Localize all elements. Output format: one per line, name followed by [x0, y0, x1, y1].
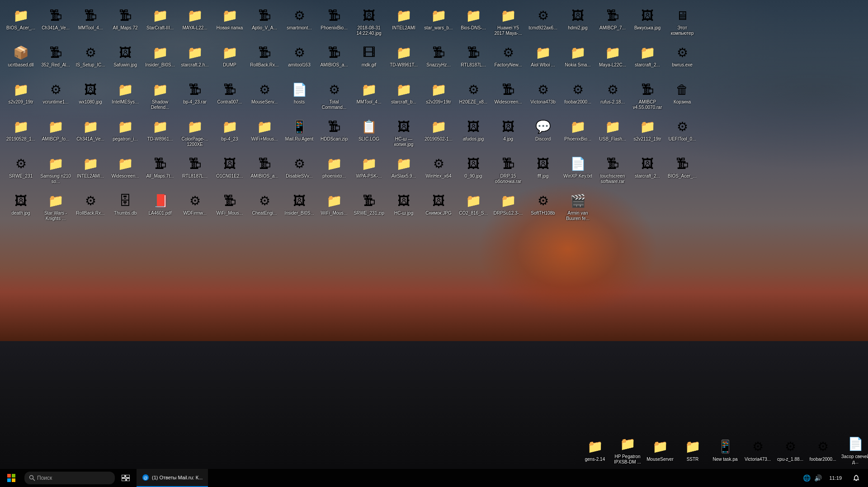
- desktop-icon[interactable]: 📁 DRPSu12.3-...: [492, 190, 524, 226]
- desktop-icon[interactable]: 📁 20190502-1...: [422, 116, 455, 152]
- taskbar-bottom-icon[interactable]: 📄 Засор свечей д...: [839, 433, 868, 467]
- desktop-icon[interactable]: 📁 Samsung n210 so...: [39, 153, 72, 189]
- desktop-icon[interactable]: 📁 starcraft_b...: [387, 79, 420, 115]
- desktop-icon[interactable]: 📁 CO2_816_S...: [457, 190, 490, 226]
- desktop-icon[interactable]: 📁 star_wars_b...: [422, 5, 455, 41]
- desktop-icon[interactable]: 🗜 Contra007...: [213, 79, 246, 115]
- desktop-icon[interactable]: ⚙ rufus-2.18...: [596, 79, 629, 115]
- desktop-icon[interactable]: ⚙ Total Command...: [318, 79, 350, 115]
- desktop-icon[interactable]: 📁 phoenixto...: [318, 153, 350, 189]
- desktop-icon[interactable]: 🗜 Aptio_V_A...: [248, 5, 281, 41]
- desktop-icon[interactable]: 📁 Maya-L22C...: [596, 42, 629, 78]
- desktop-icon[interactable]: 📁 Shadow Defend...: [144, 79, 176, 115]
- desktop-icon[interactable]: ⚙ Victona473b: [527, 79, 559, 115]
- desktop-icon[interactable]: ⚙ WDFirmw...: [179, 190, 211, 226]
- desktop-icon[interactable]: 📁 Ch341A_Ve...: [74, 116, 107, 152]
- desktop-icon[interactable]: 🗜 PhoenixBio...: [318, 5, 350, 41]
- desktop-icon[interactable]: 📁 Widescreen...: [109, 153, 142, 189]
- desktop-icon[interactable]: 🖼 2018-08-31 14:22:40.jpg: [353, 5, 385, 41]
- desktop-icon[interactable]: 🖼 death.jpg: [5, 190, 37, 226]
- desktop-icon[interactable]: 🖼 starcraft_2...: [631, 153, 664, 189]
- desktop-icon[interactable]: ⚙ UEFITool_0...: [666, 116, 698, 152]
- desktop-icon[interactable]: ⚙ MouseServ...: [248, 79, 281, 115]
- desktop-icon[interactable]: 📁 Новая папка: [213, 5, 246, 41]
- desktop-icon[interactable]: ⚙ tcmd922ax6...: [527, 5, 559, 41]
- desktop-icon[interactable]: 🖼 Insider_BI0S...: [283, 190, 316, 226]
- task-view-button[interactable]: [117, 469, 135, 487]
- desktop-icon[interactable]: 📁 Aiol Wboi ...: [527, 42, 559, 78]
- desktop-icon[interactable]: 📁 Nokia Sma...: [561, 42, 594, 78]
- desktop-icon[interactable]: 🗜 RollBack.Rx...: [248, 42, 281, 78]
- desktop-icon[interactable]: 📁 TD-W8961T...: [387, 42, 420, 78]
- desktop-icon[interactable]: 🖼 O1CN01E2...: [213, 153, 246, 189]
- desktop-icon[interactable]: 🗜 bp-4_23.rar: [179, 79, 211, 115]
- desktop-icon[interactable]: ⚙ FactoryNew...: [492, 42, 524, 78]
- desktop-icon[interactable]: ⚙ bwrus.exe: [666, 42, 698, 78]
- taskbar-bottom-icon[interactable]: ⚙ Victoria473...: [741, 436, 774, 464]
- desktop-icon[interactable]: 📁 starcraft_2...: [631, 42, 664, 78]
- desktop-icon[interactable]: 📁 s2v209_19tr: [5, 79, 37, 115]
- desktop-icon[interactable]: ⚙ vcruntime1...: [39, 79, 72, 115]
- desktop-icon[interactable]: 🗜 AMIBIOS_a...: [248, 153, 281, 189]
- desktop-icon[interactable]: 🗜 SRWE_231.zip: [353, 190, 385, 226]
- desktop-icon[interactable]: 📁 INTEL2AMI: [387, 5, 420, 41]
- desktop-icon[interactable]: 🖼 Снимок.JPG: [422, 190, 455, 226]
- taskbar-bottom-icon[interactable]: 📁 gens-2.14: [579, 436, 611, 464]
- desktop-icon[interactable]: 📁 Insider_BI0S...: [144, 42, 176, 78]
- desktop-icon[interactable]: 🗜 All_Maps.72: [109, 5, 142, 41]
- desktop-icon[interactable]: 🗜 RTL8187L...: [179, 153, 211, 189]
- desktop-icon[interactable]: 🖼 wx1080.jpg: [74, 79, 107, 115]
- desktop-icon[interactable]: 🖼 fff.jpg: [527, 153, 559, 189]
- desktop-icon[interactable]: 🗜 All_Maps.7t...: [144, 153, 176, 189]
- desktop-icon[interactable]: ⚙ IS_Setup_IC...: [74, 42, 107, 78]
- notification-button[interactable]: [849, 469, 863, 487]
- desktop-icon[interactable]: 📁 20190528_1...: [5, 116, 37, 152]
- desktop-icon[interactable]: 📁 bp-4_23: [213, 116, 246, 152]
- desktop-icon[interactable]: 📄 WinXP Key.txt: [561, 153, 594, 189]
- desktop-icon[interactable]: 📁 TD-W8961...: [144, 116, 176, 152]
- desktop-icon[interactable]: 🗜 DRP 15 оболочка.rar: [492, 153, 524, 189]
- start-button[interactable]: [0, 469, 23, 487]
- desktop-icon[interactable]: 📁 ColorPage-... 1200XE: [179, 116, 211, 152]
- desktop-icon[interactable]: 🗜 BIOS_Acer_...: [666, 153, 698, 189]
- desktop-icon[interactable]: 🖥 Этот компьютер: [666, 5, 698, 41]
- taskbar-bottom-icon[interactable]: 📱 New task.pa: [709, 436, 741, 464]
- system-clock[interactable]: 11:19: [826, 475, 845, 481]
- desktop-icon[interactable]: 📁 Star Wars - Knights ...: [39, 190, 72, 226]
- taskbar-bottom-icon[interactable]: 📁 MouseServer: [644, 436, 676, 464]
- desktop-icon[interactable]: 🖼 0_90.jpg: [457, 153, 490, 189]
- desktop-icon[interactable]: 🖼 Викуська.jpg: [631, 5, 664, 41]
- desktop-icon[interactable]: 📁 pegatron_i...: [109, 116, 142, 152]
- desktop-icon[interactable]: ⚙ SRWE_231: [5, 153, 37, 189]
- desktop-icon[interactable]: ⚙ WinHex_x64: [422, 153, 455, 189]
- desktop-icon[interactable]: 🗜 SnazzyHz...: [422, 42, 455, 78]
- desktop-icon[interactable]: 📦 ucrtbased.dll: [5, 42, 37, 78]
- desktop-icon[interactable]: ⚙ foobar2000...: [561, 79, 594, 115]
- desktop-icon[interactable]: 📕 LA4601.pdf: [144, 190, 176, 226]
- desktop-icon[interactable]: 🖼 HC-ш — копия.jpg: [387, 116, 420, 152]
- desktop-icon[interactable]: 🗜 AMIBCP_7...: [596, 5, 629, 41]
- taskbar-search[interactable]: Поиск: [24, 472, 115, 484]
- desktop-icon[interactable]: 📁 IntelMESys...: [109, 79, 142, 115]
- desktop-icon[interactable]: 🖼 afudos.jpg: [457, 116, 490, 152]
- desktop-icon[interactable]: ⚙ SoftTH108b: [527, 190, 559, 226]
- desktop-icon[interactable]: 📁 AirSlax5.9...: [387, 153, 420, 189]
- desktop-icon[interactable]: 🗜 WiFi_Mous...: [213, 190, 246, 226]
- tray-network-icon[interactable]: 🌐: [803, 474, 811, 482]
- desktop-icon[interactable]: 🗑 Корзина: [666, 79, 698, 115]
- desktop-icon[interactable]: 💬 Discord: [527, 116, 559, 152]
- desktop-icon[interactable]: 🗜 MMTool_4...: [74, 5, 107, 41]
- desktop-icon[interactable]: 📁 Bios-DNS-...: [457, 5, 490, 41]
- taskbar-app-mailru[interactable]: @ (1) Ответы Mail.ru: К...: [137, 469, 208, 487]
- desktop-icon[interactable]: 🗄 Thumbs.db: [109, 190, 142, 226]
- desktop-icon[interactable]: 📁 BIOS_Acer_...: [5, 5, 37, 41]
- desktop-icon[interactable]: 📁 StarCraft-III...: [144, 5, 176, 41]
- desktop-icon[interactable]: 📱 Mail.Ru Agent: [283, 116, 316, 152]
- desktop-icon[interactable]: ⚙ DisableSVv...: [283, 153, 316, 189]
- desktop-icon[interactable]: 📁 DUMP: [213, 42, 246, 78]
- taskbar-bottom-icon[interactable]: ⚙ cpu-z_1.88...: [774, 436, 807, 464]
- desktop-icon[interactable]: 📋 SLIC.LOG: [353, 116, 385, 152]
- desktop-icon[interactable]: 📁 WPA-PSK-...: [353, 153, 385, 189]
- desktop-icon[interactable]: 📁 AMIBCP_fo...: [39, 116, 72, 152]
- desktop-icon[interactable]: 🖼 4.jpg: [492, 116, 524, 152]
